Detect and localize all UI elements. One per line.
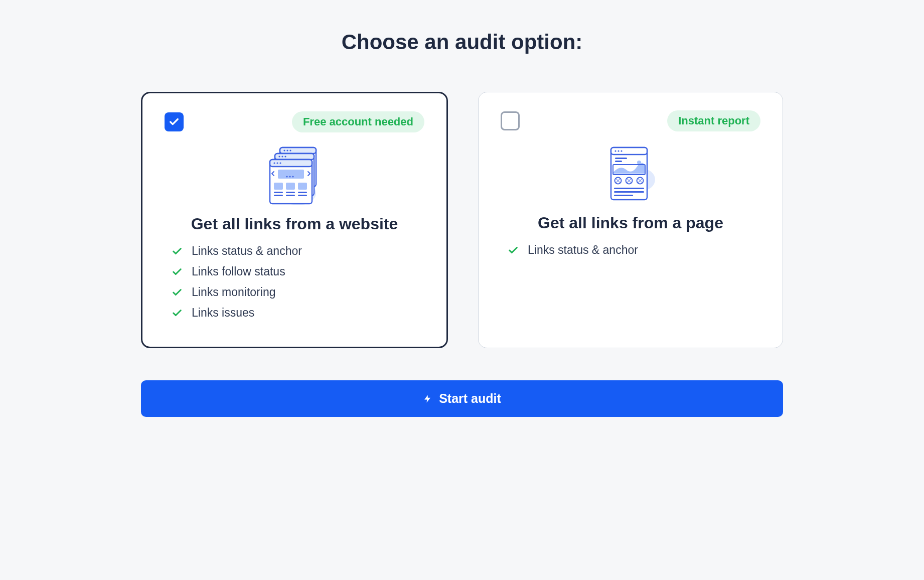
svg-rect-7	[275, 154, 314, 160]
svg-point-5	[289, 150, 291, 151]
feature-item: Links status & anchor	[172, 244, 424, 258]
check-icon	[169, 116, 180, 127]
svg-rect-2	[280, 148, 316, 154]
svg-point-19	[292, 176, 293, 177]
feature-item: Links follow status	[172, 265, 424, 278]
svg-rect-26	[286, 195, 295, 196]
svg-point-17	[286, 176, 287, 177]
feature-text: Links status & anchor	[528, 243, 638, 257]
single-page-icon	[603, 144, 658, 205]
svg-point-37	[637, 161, 641, 165]
start-audit-button[interactable]: Start audit	[141, 380, 783, 417]
badge-free-account: Free account needed	[292, 111, 424, 132]
feature-item: Links issues	[172, 306, 424, 320]
svg-rect-25	[286, 192, 295, 193]
check-icon	[172, 287, 183, 298]
card-title-website: Get all links from a website	[165, 215, 424, 233]
feature-text: Links status & anchor	[192, 244, 302, 258]
feature-item: Links monitoring	[172, 285, 424, 299]
svg-rect-12	[270, 160, 312, 167]
check-icon	[172, 246, 183, 257]
badge-instant-report: Instant report	[667, 110, 760, 131]
svg-rect-42	[614, 188, 644, 189]
svg-rect-28	[298, 195, 307, 196]
feature-text: Links monitoring	[192, 285, 275, 299]
svg-rect-21	[286, 183, 295, 190]
card-header: Instant report	[501, 110, 760, 131]
illustration-website	[165, 146, 424, 206]
svg-point-10	[284, 156, 286, 157]
illustration-page	[501, 144, 760, 205]
page-title: Choose an audit option:	[111, 30, 813, 54]
svg-rect-22	[298, 183, 307, 190]
check-icon	[508, 245, 519, 256]
svg-rect-35	[615, 158, 627, 159]
svg-point-9	[281, 156, 283, 157]
svg-rect-16	[278, 170, 304, 179]
svg-rect-31	[611, 148, 647, 155]
svg-point-32	[614, 150, 616, 152]
svg-point-4	[286, 150, 288, 151]
svg-point-18	[289, 176, 290, 177]
svg-point-33	[618, 150, 619, 152]
features-list-website: Links status & anchor Links follow statu…	[165, 244, 424, 320]
svg-rect-43	[614, 191, 644, 193]
check-icon	[172, 308, 183, 319]
feature-item: Links status & anchor	[508, 243, 760, 257]
svg-point-13	[273, 162, 275, 164]
checkbox-checked[interactable]	[165, 112, 184, 131]
svg-point-34	[621, 150, 622, 152]
card-header: Free account needed	[165, 111, 424, 132]
website-stack-icon	[262, 146, 327, 206]
svg-point-15	[279, 162, 281, 164]
svg-point-3	[283, 150, 285, 151]
option-card-website[interactable]: Free account needed	[141, 92, 448, 348]
svg-point-14	[276, 162, 278, 164]
options-row: Free account needed	[111, 92, 813, 348]
svg-rect-24	[274, 195, 283, 196]
checkbox-unchecked[interactable]	[501, 111, 520, 130]
feature-text: Links follow status	[192, 265, 285, 278]
check-icon	[172, 266, 183, 277]
card-title-page: Get all links from a page	[501, 214, 760, 232]
features-list-page: Links status & anchor	[501, 243, 760, 257]
lightning-icon	[423, 392, 432, 405]
svg-point-8	[278, 156, 280, 157]
cta-label: Start audit	[439, 391, 501, 406]
svg-rect-23	[274, 192, 283, 193]
svg-rect-20	[274, 183, 283, 190]
svg-rect-36	[615, 161, 622, 162]
svg-rect-44	[614, 195, 633, 196]
option-card-page[interactable]: Instant report	[478, 92, 783, 348]
svg-rect-27	[298, 192, 307, 193]
feature-text: Links issues	[192, 306, 254, 320]
